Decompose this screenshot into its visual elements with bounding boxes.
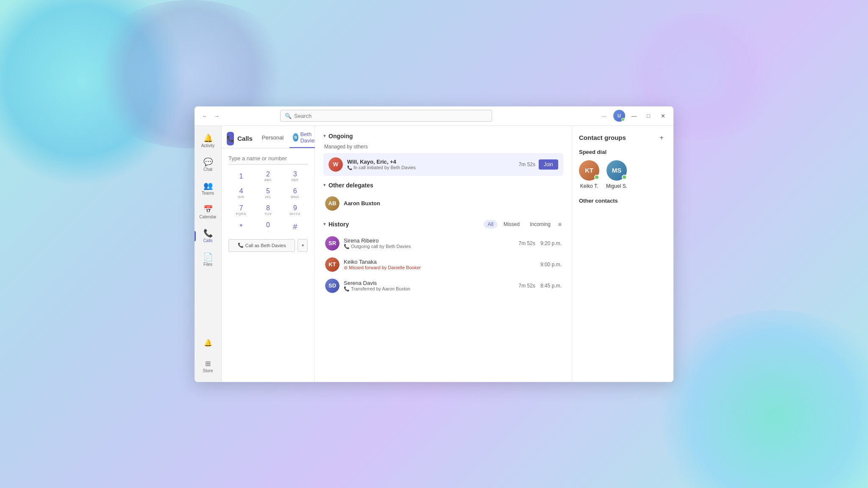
more-options-button[interactable]: ··· <box>599 110 610 121</box>
dialer-input[interactable] <box>228 153 308 165</box>
keiko-info: Keiko Tanaka ⊘ Missed forward by Daniell… <box>344 259 536 270</box>
keiko-name: Keiko Tanaka <box>344 259 536 265</box>
key-9[interactable]: 9WXYZ <box>282 203 308 218</box>
ongoing-chevron-icon: ▾ <box>323 133 326 139</box>
sirena-info: Sirena Ribeiro 📞 Outgoing call by Beth D… <box>344 237 515 249</box>
other-delegates-title: Other delegates <box>328 182 373 189</box>
close-button[interactable]: ✕ <box>657 110 668 121</box>
search-bar[interactable]: 🔍 <box>280 110 492 122</box>
user-avatar[interactable]: U <box>613 110 625 122</box>
serena-name: Serena Davis <box>344 280 515 286</box>
history-section-header: ▾ History All Missed Incoming ≡ <box>323 220 563 229</box>
tab-personal[interactable]: Personal <box>258 132 288 145</box>
ongoing-call-name: Will, Kayo, Eric, +4 <box>347 159 515 165</box>
titlebar: ← → 🔍 ··· U — □ ✕ <box>195 106 673 126</box>
delegate-item-aaron[interactable]: AB Aaron Buxton <box>323 193 563 214</box>
user-status-dot <box>621 118 625 121</box>
sidebar-item-files[interactable]: 📄 Files <box>198 249 218 271</box>
key-8[interactable]: 8TUV <box>256 203 281 218</box>
search-icon: 🔍 <box>285 113 292 119</box>
maximize-button[interactable]: □ <box>643 110 654 121</box>
keiko-speed-dial-name: Keiko T. <box>580 183 598 189</box>
sirena-time: 9:20 p.m. <box>540 240 562 246</box>
sirena-duration: 7m 52s <box>519 240 535 246</box>
key-star[interactable]: * <box>228 220 254 235</box>
call-btn-label: Call as Beth Davies <box>245 243 286 248</box>
key-2[interactable]: 2ABC <box>256 169 281 184</box>
join-button[interactable]: Join <box>539 159 558 170</box>
sidebar-label-activity: Activity <box>201 143 215 148</box>
key-0[interactable]: 0· <box>256 220 281 235</box>
ongoing-call-info: Will, Kayo, Eric, +4 📞 In call initiated… <box>347 159 515 170</box>
key-7[interactable]: 7PQRS <box>228 203 254 218</box>
filter-incoming[interactable]: Incoming <box>526 220 555 229</box>
calls-phone-icon: 📞 <box>227 135 234 142</box>
sirena-avatar-img: SR <box>325 236 339 251</box>
sidebar-item-chat[interactable]: 💬 Chat <box>198 154 218 176</box>
back-button[interactable]: ← <box>200 111 210 121</box>
sidebar-item-teams[interactable]: 👥 Teams <box>198 178 218 200</box>
filter-missed[interactable]: Missed <box>499 220 524 229</box>
forward-button[interactable]: → <box>211 111 222 121</box>
serena-time: 8:45 p.m. <box>540 283 562 289</box>
filter-options-icon[interactable]: ≡ <box>556 220 563 229</box>
search-input[interactable] <box>294 113 487 119</box>
key-3[interactable]: 3DEF <box>282 169 308 184</box>
will-avatar: W <box>328 157 343 172</box>
history-chevron-icon[interactable]: ▾ <box>323 221 326 227</box>
contact-groups-title: Contact groups <box>579 134 626 141</box>
calls-icon: 📞 <box>203 229 213 237</box>
filter-all[interactable]: All <box>484 220 498 229</box>
keiko-avatar: KT <box>325 257 339 272</box>
keiko-time: 9:00 p.m. <box>540 262 562 268</box>
key-5[interactable]: 5JKL <box>256 186 281 201</box>
main-content: 🔔 Activity 💬 Chat 👥 Teams 📅 Calendar 📞 C… <box>195 126 673 382</box>
add-contact-group-button[interactable]: + <box>657 133 667 143</box>
sidebar-item-calls[interactable]: 📞 Calls <box>198 225 218 247</box>
sirena-name: Sirena Ribeiro <box>344 237 515 244</box>
call-as-beth-button[interactable]: 📞 Call as Beth Davies <box>228 239 295 252</box>
sirena-sub: 📞 Outgoing call by Beth Davies <box>344 244 515 249</box>
files-icon: 📄 <box>203 253 213 261</box>
serena-avatar-img: SD <box>325 279 339 293</box>
speed-dial-title: Speed dial <box>579 149 667 155</box>
key-6[interactable]: 6MNO <box>282 186 308 201</box>
delegates-chevron-icon: ▾ <box>323 182 326 188</box>
speed-dial-keiko[interactable]: KT Keiko T. <box>579 160 599 189</box>
ongoing-section-header[interactable]: ▾ Ongoing <box>323 133 563 139</box>
serena-sub: 📞 Transferred by Aaron Buxton <box>344 286 515 292</box>
sidebar-item-notifications[interactable]: 🔔 <box>198 332 218 354</box>
outgoing-icon: 📞 <box>344 244 350 249</box>
serena-avatar: SD <box>325 279 339 293</box>
keiko-avatar-img: KT <box>325 257 339 272</box>
key-hash[interactable]: # <box>282 220 308 235</box>
key-1[interactable]: 1 <box>228 169 254 184</box>
ongoing-title: Ongoing <box>328 133 353 139</box>
chevron-down-icon: ▾ <box>302 243 304 248</box>
sidebar-label-store: Store <box>203 368 213 373</box>
other-delegates-header[interactable]: ▾ Other delegates <box>323 182 563 189</box>
ongoing-call-meta: 7m 52s Join <box>519 159 558 170</box>
in-call-icon: 📞 <box>347 165 352 170</box>
tab-bar: 📞 Calls Personal B Beth Davies 1 Contact… <box>222 126 314 148</box>
call-phone-icon: 📞 <box>238 243 244 248</box>
ongoing-call-item[interactable]: W Will, Kayo, Eric, +4 📞 In call initiat… <box>323 153 563 176</box>
sidebar-item-activity[interactable]: 🔔 Activity <box>198 130 218 152</box>
sidebar-item-calendar[interactable]: 📅 Calendar <box>198 201 218 223</box>
call-dropdown-button[interactable]: ▾ <box>298 239 308 252</box>
minimize-button[interactable]: — <box>629 110 640 121</box>
calendar-icon: 📅 <box>203 206 213 213</box>
ongoing-duration: 7m 52s <box>519 162 535 167</box>
keiko-sub: ⊘ Missed forward by Danielle Booker <box>344 265 536 270</box>
sirena-avatar: SR <box>325 236 339 251</box>
history-item-serena[interactable]: SD Serena Davis 📞 Transferred by Aaron B… <box>323 275 563 296</box>
transferred-icon: 📞 <box>344 286 350 292</box>
speed-dial-miguel[interactable]: MS Miguel S. <box>606 160 627 189</box>
serena-info: Serena Davis 📞 Transferred by Aaron Buxt… <box>344 280 515 292</box>
key-4[interactable]: 4GHI <box>228 186 254 201</box>
main-area: ▾ Ongoing Managed by others W Will, Kayo… <box>315 126 572 382</box>
sidebar-label-chat: Chat <box>203 167 212 172</box>
sidebar-item-store[interactable]: ⊞ Store <box>198 356 218 378</box>
history-item-sirena[interactable]: SR Sirena Ribeiro 📞 Outgoing call by Bet… <box>323 233 563 254</box>
history-item-keiko[interactable]: KT Keiko Tanaka ⊘ Missed forward by Dani… <box>323 254 563 275</box>
